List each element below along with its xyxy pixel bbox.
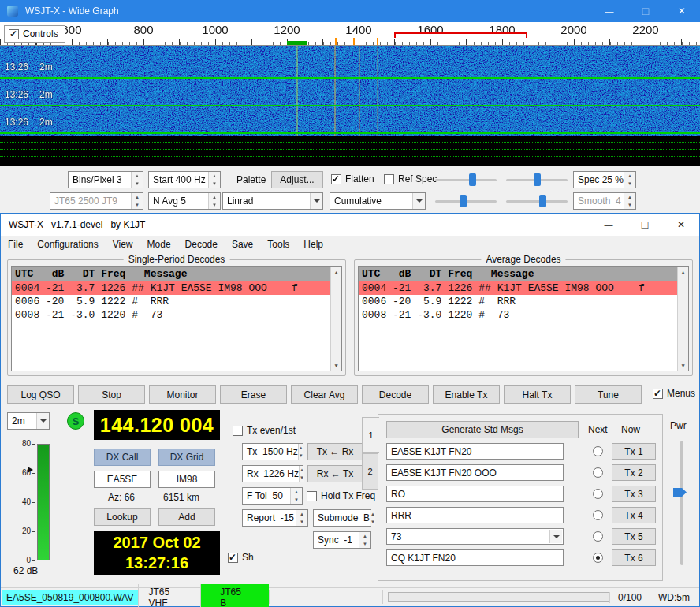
spin-down-icon[interactable] bbox=[624, 201, 635, 209]
next-radio-4[interactable] bbox=[593, 510, 603, 520]
tune-button[interactable]: Tune bbox=[575, 385, 642, 404]
spin-up-icon[interactable] bbox=[209, 172, 220, 180]
palette-combo[interactable]: Linrad bbox=[222, 192, 323, 210]
halt-tx-button[interactable]: Halt Tx bbox=[504, 385, 571, 404]
rx-freq-spinner[interactable]: Rx 1226 Hz bbox=[242, 465, 303, 482]
dropdown-arrow-icon[interactable] bbox=[36, 413, 49, 429]
spin-down-icon[interactable] bbox=[359, 540, 370, 548]
wide-graph-titlebar[interactable]: WSJT-X - Wide Graph bbox=[0, 0, 700, 22]
menus-checkbox[interactable]: Menus bbox=[653, 388, 695, 399]
spectrum-gain-slider[interactable] bbox=[435, 194, 497, 208]
decode-row[interactable]: 0006 -20 5.9 1222 # RRR bbox=[359, 295, 688, 308]
decode-row[interactable]: 0006 -20 5.9 1222 # RRR bbox=[12, 295, 341, 308]
tab-1[interactable]: 1 bbox=[362, 417, 379, 453]
add-button[interactable]: Add bbox=[158, 508, 215, 526]
checkbox-icon[interactable] bbox=[384, 174, 394, 184]
bins-per-pixel-spinner[interactable]: Bins/Pixel 3 bbox=[68, 171, 143, 188]
tx-freq-spinner[interactable]: Tx 1500 Hz bbox=[242, 443, 303, 460]
spin-up-icon[interactable] bbox=[300, 466, 304, 474]
maximize-icon[interactable] bbox=[627, 0, 664, 22]
close-icon[interactable] bbox=[664, 0, 700, 22]
tx-to-rx-button[interactable]: Tx ← Rx bbox=[307, 443, 363, 460]
dx-grid-button[interactable]: DX Grid bbox=[158, 449, 215, 466]
n-avg-spinner[interactable]: N Avg 5 bbox=[148, 192, 221, 210]
tx-5-button[interactable]: Tx 5 bbox=[612, 528, 656, 545]
checkbox-icon[interactable] bbox=[9, 29, 19, 39]
checkbox-icon[interactable] bbox=[228, 553, 238, 563]
scrollbar[interactable] bbox=[677, 267, 688, 371]
tx-message-2-field[interactable]: EA5SE K1JT FN20 OOO bbox=[386, 464, 564, 481]
frequency-scale[interactable]: Controls 600 800 1000 1200 1400 1600 180… bbox=[0, 22, 700, 46]
clear-avg-button[interactable]: Clear Avg bbox=[291, 385, 358, 404]
spin-down-icon[interactable] bbox=[132, 180, 143, 188]
spin-up-icon[interactable] bbox=[624, 193, 635, 201]
pwr-slider[interactable] bbox=[680, 441, 683, 565]
dx-call-field[interactable]: EA5SE bbox=[94, 471, 151, 488]
hold-tx-freq-checkbox[interactable]: Hold Tx Freq bbox=[307, 490, 375, 501]
slider-handle[interactable] bbox=[460, 195, 467, 207]
dx-call-button[interactable]: DX Call bbox=[94, 449, 151, 466]
tx-even-checkbox[interactable]: Tx even/1st bbox=[233, 425, 296, 436]
average-decodes-list[interactable]: UTC dB DT Freq Message 0004 -21 3.7 1226… bbox=[358, 266, 689, 371]
spin-up-icon[interactable] bbox=[291, 488, 302, 496]
tx-4-button[interactable]: Tx 4 bbox=[612, 507, 656, 523]
stop-button[interactable]: Stop bbox=[78, 385, 145, 404]
f-tol-spinner[interactable]: F Tol 50 bbox=[242, 487, 303, 505]
sync-spinner[interactable]: Sync -1 bbox=[313, 531, 371, 549]
monitor-button[interactable]: Monitor bbox=[149, 385, 216, 404]
waterfall-zero-slider[interactable] bbox=[506, 173, 568, 187]
tx-2-button[interactable]: Tx 2 bbox=[612, 464, 656, 481]
decode-row[interactable]: 0008 -21 -3.0 1220 # 73 bbox=[359, 308, 688, 322]
tx-1-button[interactable]: Tx 1 bbox=[612, 443, 656, 460]
menu-save[interactable]: Save bbox=[225, 236, 260, 252]
slider-handle[interactable] bbox=[539, 195, 546, 207]
spin-down-icon[interactable] bbox=[209, 180, 220, 188]
dropdown-arrow-icon[interactable] bbox=[412, 193, 425, 209]
spin-up-icon[interactable] bbox=[209, 193, 220, 201]
scrollbar-down-icon[interactable] bbox=[331, 360, 341, 371]
sh-checkbox[interactable]: Sh bbox=[228, 552, 254, 563]
waterfall-gain-slider[interactable] bbox=[435, 173, 497, 187]
decode-button[interactable]: Decode bbox=[362, 385, 429, 404]
spin-down-icon[interactable] bbox=[209, 201, 220, 209]
tab-2[interactable]: 2 bbox=[362, 453, 378, 490]
checkbox-icon[interactable] bbox=[653, 389, 663, 399]
single-decodes-list[interactable]: UTC dB DT Freq Message 0004 -21 3.7 1226… bbox=[11, 266, 342, 371]
generate-std-msgs-button[interactable]: Generate Std Msgs bbox=[386, 421, 579, 438]
tx-6-button[interactable]: Tx 6 bbox=[612, 549, 656, 566]
next-radio-2[interactable] bbox=[593, 467, 603, 478]
enable-tx-button[interactable]: Enable Tx bbox=[433, 385, 500, 404]
spec-percent-spinner[interactable]: Spec 25 % bbox=[573, 171, 636, 188]
band-combo[interactable]: 2m bbox=[7, 412, 50, 430]
log-qso-button[interactable]: Log QSO bbox=[7, 385, 74, 404]
spin-down-icon[interactable] bbox=[624, 180, 635, 188]
main-titlebar[interactable]: WSJT-X v1.7.1-devel by K1JT bbox=[1, 214, 699, 236]
scrollbar-up-icon[interactable] bbox=[331, 267, 341, 277]
next-radio-1[interactable] bbox=[593, 446, 603, 456]
spin-down-icon[interactable] bbox=[300, 474, 304, 482]
spin-up-icon[interactable] bbox=[132, 172, 143, 180]
waterfall-display[interactable]: 13:26 2m 13:26 2m 13:26 2m bbox=[0, 46, 700, 166]
spin-down-icon[interactable] bbox=[291, 496, 302, 504]
menu-file[interactable]: File bbox=[1, 236, 30, 252]
spectrum-type-combo[interactable]: Cumulative bbox=[330, 192, 426, 210]
tx-message-5-combo[interactable]: 73 bbox=[386, 528, 564, 545]
scrollbar[interactable] bbox=[330, 267, 341, 371]
flatten-checkbox[interactable]: Flatten bbox=[331, 173, 374, 184]
next-radio-5[interactable] bbox=[593, 531, 603, 542]
spin-up-icon[interactable] bbox=[624, 172, 635, 180]
tx-message-4-field[interactable]: RRR bbox=[386, 507, 564, 523]
next-radio-3[interactable] bbox=[593, 489, 603, 499]
minimize-icon[interactable] bbox=[590, 214, 627, 236]
decode-row[interactable]: 0004 -21 3.7 1226 ## K1JT EA5SE IM98 OOO… bbox=[359, 281, 688, 295]
scrollbar-down-icon[interactable] bbox=[678, 360, 688, 371]
adjust-palette-button[interactable]: Adjust... bbox=[271, 171, 323, 188]
tx-message-6-field[interactable]: CQ K1JT FN20 bbox=[386, 549, 564, 566]
spin-up-icon[interactable] bbox=[299, 444, 303, 452]
scrollbar-up-icon[interactable] bbox=[678, 267, 688, 277]
spin-up-icon[interactable] bbox=[370, 510, 375, 518]
dropdown-arrow-icon[interactable] bbox=[549, 530, 562, 543]
maximize-icon[interactable] bbox=[627, 214, 663, 236]
menu-help[interactable]: Help bbox=[296, 236, 330, 252]
start-freq-spinner[interactable]: Start 400 Hz bbox=[148, 171, 221, 188]
